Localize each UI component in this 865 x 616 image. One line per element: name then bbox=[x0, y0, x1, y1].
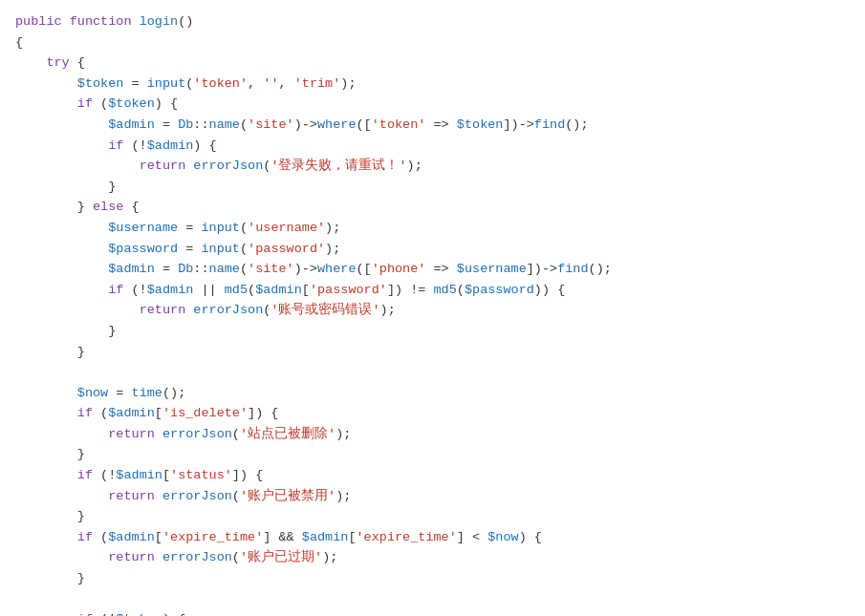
code-line: $token = input('token', '', 'trim'); bbox=[15, 74, 850, 95]
code-line: } bbox=[15, 506, 850, 527]
code-line: return errorJson('登录失败，请重试！'); bbox=[15, 156, 850, 177]
code-line: } bbox=[15, 568, 850, 589]
code-line: try { bbox=[15, 53, 850, 74]
code-container: public function login() { try { $token =… bbox=[0, 0, 865, 616]
code-line: if ($admin['expire_time'] && $admin['exp… bbox=[15, 527, 850, 548]
code-line: } bbox=[15, 444, 850, 465]
code-line: } else { bbox=[15, 197, 850, 218]
code-line: if (!$admin) { bbox=[15, 136, 850, 157]
code-line: return errorJson('账户已被禁用'); bbox=[15, 486, 850, 507]
code-line: $password = input('password'); bbox=[15, 239, 850, 260]
code-line: } bbox=[15, 342, 850, 363]
code-line: } bbox=[15, 177, 850, 198]
code-line: return errorJson('账号或密码错误'); bbox=[15, 300, 850, 321]
code-line: if ($token) { bbox=[15, 94, 850, 115]
code-line: { bbox=[15, 32, 850, 53]
code-line bbox=[15, 362, 850, 383]
code-line: if (!$token) { bbox=[15, 609, 850, 616]
code-block: public function login() { try { $token =… bbox=[15, 11, 850, 616]
code-line: $admin = Db::name('site')->where(['phone… bbox=[15, 259, 850, 280]
code-line: public function login() bbox=[15, 11, 850, 32]
code-line: $username = input('username'); bbox=[15, 218, 850, 239]
code-line bbox=[15, 589, 850, 610]
code-line: if (!$admin['status']) { bbox=[15, 465, 850, 486]
code-line: $now = time(); bbox=[15, 383, 850, 404]
code-line: return errorJson('站点已被删除'); bbox=[15, 424, 850, 445]
code-line: $admin = Db::name('site')->where(['token… bbox=[15, 115, 850, 136]
code-line: if (!$admin || md5($admin['password']) !… bbox=[15, 280, 850, 301]
code-line: if ($admin['is_delete']) { bbox=[15, 403, 850, 424]
code-line: } bbox=[15, 321, 850, 342]
code-line: return errorJson('账户已过期'); bbox=[15, 547, 850, 568]
